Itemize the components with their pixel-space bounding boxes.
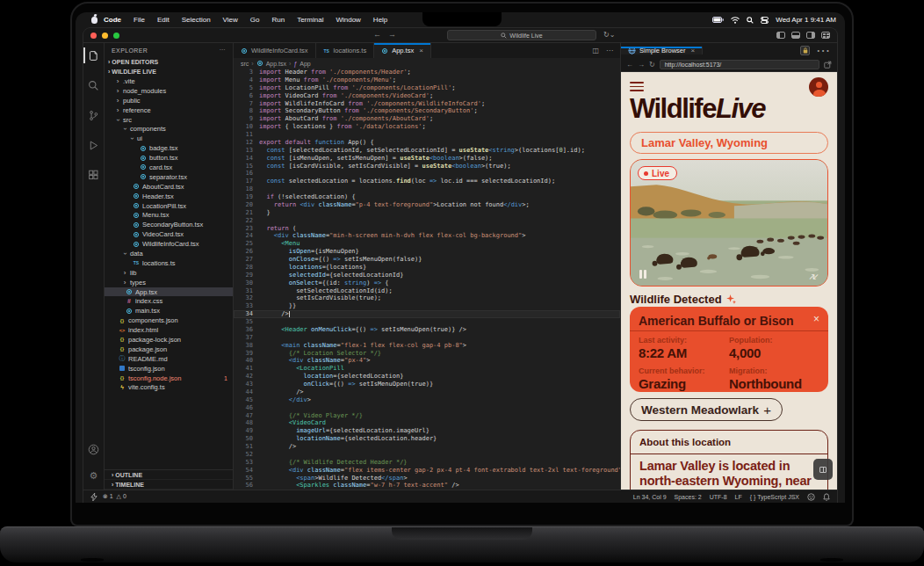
account-icon[interactable] [83, 440, 105, 458]
pause-button[interactable] [639, 270, 646, 279]
live-video-card[interactable]: Live ↗↙ [630, 159, 828, 287]
menu-item-selection[interactable]: Selection [176, 16, 217, 24]
vscode-titlebar[interactable]: ←→ Wildlife Live ↻⌄ [83, 28, 837, 43]
tree-file-App.tsx[interactable]: App.tsx [105, 287, 233, 297]
search-icon[interactable] [747, 17, 754, 24]
menu-item-edit[interactable]: Edit [151, 16, 176, 24]
tab-locations.ts[interactable]: TSlocations.ts [316, 43, 375, 58]
code-line-41[interactable]: 41 <LocationPill [234, 365, 620, 373]
code-line-20[interactable]: 20 return <div className="p-4 text-foreg… [234, 201, 620, 209]
code-line-34[interactable]: 34 /> [234, 310, 620, 318]
code-line-48[interactable]: 48 <VideoCard [234, 419, 620, 427]
code-line-47[interactable]: 47 {/* Video Player */} [234, 412, 620, 420]
reload-icon[interactable]: ↻ [649, 61, 655, 69]
code-line-18[interactable]: 18 [234, 185, 620, 193]
tree-file-separator.tsx[interactable]: separator.tsx [105, 172, 233, 182]
url-input[interactable]: http://localhost:5173/ [660, 60, 819, 69]
code-line-42[interactable]: 42 location={selectedLocation} [234, 373, 620, 381]
code-line-54[interactable]: 54 <div className="flex items-center gap… [234, 467, 620, 475]
tree-folder-types[interactable]: ›types [105, 278, 233, 287]
status-ln-34-col-9[interactable]: Ln 34, Col 9 [633, 494, 667, 500]
close-icon[interactable]: × [691, 47, 696, 54]
status-spaces-2[interactable]: Spaces: 2 [675, 494, 702, 500]
code-line-12[interactable]: 12export default function App() { [234, 139, 620, 147]
menu-hamburger-icon[interactable] [630, 82, 644, 91]
command-center-search[interactable]: Wildlife Live [447, 30, 596, 40]
code-line-26[interactable]: 26 isOpen={isMenuOpen} [234, 248, 620, 256]
editor-more-actions-icon[interactable]: ⋯ [606, 47, 613, 54]
battery-icon[interactable] [712, 17, 724, 23]
tree-file-button.tsx[interactable]: button.tsx [105, 153, 233, 163]
code-line-29[interactable]: 29 selectedId={selectedLocationId} [234, 272, 620, 279]
tree-file-main.tsx[interactable]: main.tsx [105, 306, 233, 316]
toggle-panel-icon[interactable] [791, 32, 800, 39]
code-line-25[interactable]: 25 <Menu [234, 240, 620, 248]
menubar-clock[interactable]: Wed Apr 1 9:41 AM [776, 16, 836, 24]
tree-folder-ui[interactable]: ›ui [105, 134, 233, 143]
code-line-23[interactable]: 23 return ( [234, 225, 620, 233]
tab-WildlifeInfoCard.tsx[interactable]: WildlifeInfoCard.tsx [234, 43, 316, 58]
open-editors-section[interactable]: › OPEN EDITORS [105, 57, 233, 67]
code-line-38[interactable]: 38 <main className="flex-1 flex flex-col… [234, 342, 620, 350]
outline-section[interactable]: › OUTLINE [105, 470, 233, 480]
split-editor-icon[interactable]: ◫ [592, 47, 599, 54]
code-line-49[interactable]: 49 imageUrl={selectedLocation.imageUrl} [234, 427, 620, 435]
floating-layout-button[interactable] [813, 459, 833, 480]
lock-icon[interactable] [800, 46, 810, 55]
tree-file-badge.tsx[interactable]: badge.tsx [105, 143, 233, 153]
tree-file-Menu.tsx[interactable]: Menu.tsx [105, 210, 233, 220]
back-icon[interactable]: ← [626, 61, 633, 69]
tree-file-LocationPill.tsx[interactable]: LocationPill.tsx [105, 201, 233, 211]
avatar[interactable] [809, 77, 828, 97]
tree-file-locations.ts[interactable]: TSlocations.ts [105, 258, 233, 268]
code-line-50[interactable]: 50 locationName={selectedLocation.header… [234, 435, 620, 443]
code-line-7[interactable]: 7import WildlifeInfoCard from './compone… [234, 100, 620, 108]
code-line-55[interactable]: 55 <span>Wildlife Detected</span> [234, 475, 620, 483]
code-line-28[interactable]: 28 locations={locations} [234, 264, 620, 272]
close-window-button[interactable] [90, 33, 97, 39]
tree-file-tsconfig.json[interactable]: tsconfig.json [105, 364, 233, 374]
code-line-6[interactable]: 6import VideoCard from './components/Vid… [234, 92, 620, 100]
tree-file-vite.config.ts[interactable]: ϟvite.config.ts [105, 383, 233, 393]
explorer-more-actions-icon[interactable]: ⋯ [220, 47, 226, 54]
toggle-secondary-sidebar-icon[interactable] [806, 32, 815, 39]
breadcrumb-item[interactable]: src [241, 61, 249, 67]
control-center-icon[interactable] [761, 17, 769, 24]
run-debug-icon[interactable] [83, 136, 105, 154]
code-line-4[interactable]: 4import Menu from './components/Menu'; [234, 76, 620, 84]
problems-indicator[interactable]: ⊗ 1 △ 0 [103, 493, 126, 500]
customize-layout-icon[interactable] [821, 32, 830, 39]
tree-file-index.css[interactable]: #index.css [105, 296, 233, 306]
code-line-52[interactable]: 52 [234, 451, 620, 459]
tree-file-AboutCard.tsx[interactable]: AboutCard.tsx [105, 182, 233, 192]
tree-folder-public[interactable]: ›public [105, 96, 233, 105]
tree-file-WildlifeInfoCard.tsx[interactable]: WildlifeInfoCard.tsx [105, 239, 233, 249]
tree-folder-src[interactable]: ›src [105, 115, 233, 125]
tree-file-components.json[interactable]: {}components.json [105, 316, 233, 325]
wifi-icon[interactable] [731, 17, 740, 24]
code-line-30[interactable]: 30 onSelect={(id: string) => { [234, 279, 620, 287]
status-typescript-jsx[interactable]: { } TypeScript JSX [750, 494, 799, 500]
timeline-section[interactable]: › TIMELINE [105, 480, 233, 490]
open-external-icon[interactable] [824, 61, 832, 69]
code-line-21[interactable]: 21 } [234, 209, 620, 217]
code-line-43[interactable]: 43 onClick={() => setIsMenuOpen(true)} [234, 381, 620, 388]
code-line-5[interactable]: 5import LocationPill from './components/… [234, 84, 620, 92]
menu-item-terminal[interactable]: Terminal [291, 16, 329, 24]
code-line-10[interactable]: 10import { locations } from './data/loca… [234, 123, 620, 131]
tree-file-README.md[interactable]: ⓘREADME.md [105, 354, 233, 364]
western-meadowlark-button[interactable]: Western Meadowlark + [630, 398, 783, 421]
code-editor[interactable]: 3import Header from './components/Header… [234, 69, 620, 490]
code-line-37[interactable]: 37 [234, 334, 620, 342]
tree-folder-node_modules[interactable]: ›node_modules [105, 86, 233, 96]
code-line-19[interactable]: 19 if (!selectedLocation) { [234, 193, 620, 201]
code-line-11[interactable]: 11 [234, 131, 620, 139]
settings-gear-icon[interactable]: ⚙ [83, 467, 105, 484]
tree-folder-components[interactable]: ›components [105, 124, 233, 134]
code-line-51[interactable]: 51 /> [234, 443, 620, 451]
code-line-16[interactable]: 16 [234, 170, 620, 178]
forward-icon[interactable]: → [638, 61, 645, 69]
project-root-wildlife-live[interactable]: › WILDLIFE LIVE [105, 67, 233, 76]
notifications-bell-icon[interactable] [823, 493, 830, 501]
breadcrumb-item[interactable]: App.tsx [266, 61, 286, 67]
